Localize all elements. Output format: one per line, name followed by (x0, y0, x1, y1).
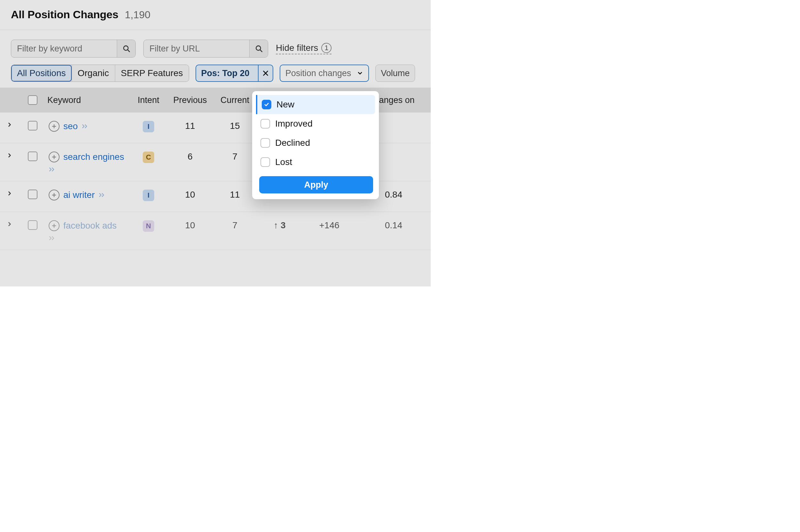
position-changes-dropdown-label: Position changes (286, 69, 351, 78)
add-keyword-button[interactable] (49, 190, 59, 201)
expand-row-button[interactable] (0, 121, 19, 128)
dropdown-option-label: Lost (275, 157, 292, 167)
chevron-right-icon (6, 221, 13, 227)
col-intent[interactable]: Intent (129, 95, 168, 105)
plus-icon (51, 154, 57, 160)
intent-badge: N (143, 220, 154, 232)
position-changes-dropdown-menu: New Improved Declined Lost Apply (252, 91, 379, 199)
filter-keyword-search-button[interactable] (117, 40, 135, 57)
expand-row-button[interactable] (0, 220, 19, 227)
double-chevron-right-icon (49, 166, 56, 173)
double-chevron-right-icon (49, 235, 56, 241)
chevron-right-icon (6, 152, 13, 158)
current-position: 11 (213, 190, 257, 200)
segment-organic[interactable]: Organic (72, 65, 115, 81)
checkbox-checked-icon (262, 100, 271, 109)
dropdown-option-label: Improved (275, 119, 313, 129)
current-position: 7 (213, 152, 257, 162)
intent-badge: C (143, 152, 154, 163)
expand-row-button[interactable] (0, 152, 19, 158)
plus-icon (51, 192, 57, 198)
filter-url-search-button[interactable] (249, 40, 268, 57)
chevron-right-icon (6, 190, 13, 197)
keyword-link[interactable]: ai writer (63, 190, 95, 200)
close-icon (262, 70, 269, 77)
add-keyword-button[interactable] (49, 152, 59, 163)
intent-badge: I (143, 190, 154, 201)
svg-line-3 (260, 50, 262, 52)
svg-line-1 (127, 50, 129, 52)
checkbox-unchecked-icon (260, 138, 270, 148)
plus-icon (51, 124, 57, 129)
chevron-right-icon (6, 121, 13, 128)
filter-url-input-wrap (143, 40, 268, 58)
dropdown-option-improved[interactable]: Improved (257, 114, 375, 133)
previous-position: 11 (168, 121, 213, 131)
active-filters-count: 1 (321, 43, 331, 53)
volume-filter-label: Volume (381, 69, 410, 78)
position-changes-dropdown-trigger[interactable]: Position changes (280, 64, 369, 82)
filter-keyword-input[interactable] (11, 40, 117, 57)
filter-chip-pos-top20[interactable]: Pos: Top 20 (196, 64, 273, 82)
page-title: All Position Changes (11, 8, 119, 21)
row-checkbox[interactable] (28, 220, 37, 230)
row-checkbox[interactable] (28, 190, 37, 199)
app-root: All Position Changes 1,190 Hide filters … (0, 0, 431, 286)
search-icon (255, 44, 263, 53)
select-all-cell (19, 95, 46, 105)
position-diff: ↑ 3 (257, 220, 302, 230)
table-row: facebook ads N 10 7 ↑ 3 +146 0.14 (0, 212, 431, 250)
keyword-link[interactable]: search engines (63, 152, 124, 162)
search-icon (122, 44, 130, 53)
keyword-link[interactable]: seo (63, 121, 78, 131)
dropdown-option-new[interactable]: New (256, 95, 375, 114)
apply-button[interactable]: Apply (259, 176, 373, 193)
row-checkbox[interactable] (28, 121, 37, 130)
chevron-down-icon (357, 70, 363, 76)
checkbox-unchecked-icon (260, 119, 270, 129)
dropdown-option-label: New (276, 99, 294, 110)
double-chevron-right-icon (81, 123, 89, 130)
previous-position: 10 (168, 220, 213, 230)
filter-chip-label: Pos: Top 20 (196, 69, 255, 78)
value-cell: 0.14 (357, 220, 431, 230)
expand-row-button[interactable] (0, 190, 19, 197)
col-previous[interactable]: Previous (168, 95, 213, 105)
plus-icon (51, 223, 57, 229)
row-checkbox[interactable] (28, 152, 37, 161)
keyword-link[interactable]: facebook ads (63, 221, 117, 231)
filter-chip-remove-button[interactable] (258, 65, 273, 81)
page-header: All Position Changes 1,190 (0, 0, 431, 30)
add-keyword-button[interactable] (49, 220, 59, 231)
dropdown-option-declined[interactable]: Declined (257, 133, 375, 152)
segment-all-positions[interactable]: All Positions (11, 65, 72, 81)
add-keyword-button[interactable] (49, 121, 59, 132)
filter-url-input[interactable] (144, 40, 249, 57)
select-all-checkbox[interactable] (28, 95, 37, 105)
volume-filter-pill[interactable]: Volume (375, 64, 415, 82)
previous-position: 6 (168, 152, 213, 162)
filter-toolbar-row1: Hide filters 1 (0, 30, 431, 62)
previous-position: 10 (168, 190, 213, 200)
results-count: 1,190 (125, 9, 150, 21)
traffic-change: +146 (302, 220, 357, 230)
current-position: 7 (213, 220, 257, 230)
current-position: 15 (213, 121, 257, 131)
position-type-segment: All Positions Organic SERP Features (11, 64, 189, 82)
intent-badge: I (143, 121, 154, 132)
col-current[interactable]: Current (213, 95, 257, 105)
col-keyword[interactable]: Keyword (46, 95, 129, 105)
dropdown-option-lost[interactable]: Lost (257, 152, 375, 172)
double-chevron-right-icon (98, 192, 106, 198)
hide-filters-toggle[interactable]: Hide filters 1 (276, 43, 331, 54)
hide-filters-label: Hide filters (276, 43, 318, 53)
filter-toolbar-row2: All Positions Organic SERP Features Pos:… (0, 62, 431, 88)
checkbox-unchecked-icon (260, 157, 270, 167)
filter-keyword-input-wrap (11, 40, 136, 58)
segment-serp-features[interactable]: SERP Features (115, 65, 189, 81)
dropdown-option-label: Declined (275, 138, 310, 148)
